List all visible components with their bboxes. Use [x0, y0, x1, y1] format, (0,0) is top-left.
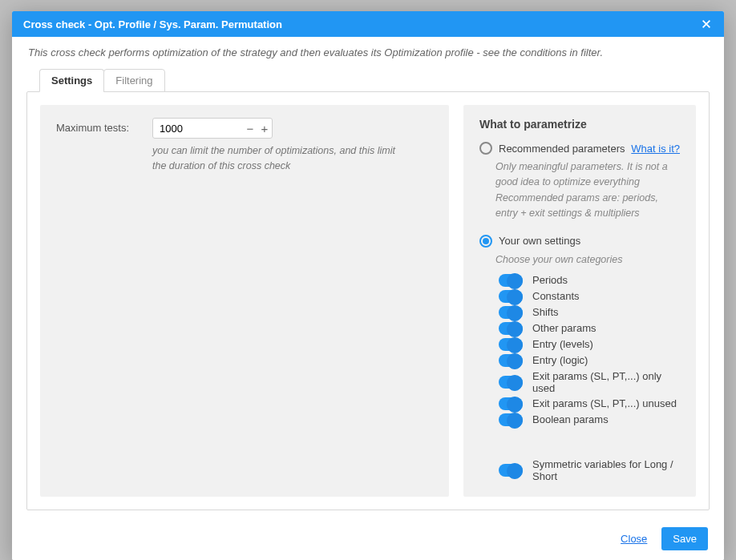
- tab-bar: Settings Filtering: [26, 68, 710, 91]
- recommended-desc: Only meaningful parameters. It is not a …: [479, 159, 680, 222]
- toggle-label: Entry (logic): [532, 354, 588, 366]
- toggle-label: Boolean params: [532, 413, 609, 425]
- max-tests-label: Maximum tests:: [56, 118, 152, 135]
- modal-title: Cross check - Opt. Profile / Sys. Param.…: [23, 18, 282, 30]
- close-button[interactable]: Close: [621, 533, 647, 545]
- toggle-label: Shifts: [532, 306, 559, 318]
- toggle-switch[interactable]: [499, 413, 523, 426]
- panel-parametrize: What to parametrize Recommended paramete…: [463, 105, 696, 497]
- max-tests-hint: you can limit the number of optimization…: [152, 143, 409, 174]
- toggle-label: Other params: [532, 322, 596, 334]
- modal-dialog: Cross check - Opt. Profile / Sys. Param.…: [12, 11, 724, 560]
- toggle-row: Constants: [499, 290, 680, 303]
- toggle-symmetric[interactable]: [499, 464, 523, 477]
- toggle-row: Exit params (SL, PT,...) only used: [499, 370, 680, 394]
- toggle-row: Shifts: [499, 306, 680, 319]
- toggle-symmetric-row: Symmetric variables for Long / Short: [479, 458, 680, 482]
- toggle-label: Exit params (SL, PT,...) only used: [532, 370, 680, 394]
- toggle-label: Entry (levels): [532, 338, 593, 350]
- radio-own-label: Your own settings: [499, 235, 580, 247]
- tab-settings[interactable]: Settings: [39, 69, 104, 92]
- own-desc: Choose your own categories: [479, 252, 680, 268]
- toggle-switch[interactable]: [499, 338, 523, 351]
- toggle-symmetric-label: Symmetric variables for Long / Short: [532, 458, 680, 482]
- stepper-increment[interactable]: +: [257, 119, 272, 138]
- panel-max-tests: Maximum tests: − + you can limit the num…: [40, 105, 449, 497]
- radio-recommended-label: Recommended parameters: [499, 143, 625, 155]
- modal-footer: Close Save: [12, 517, 724, 560]
- toggle-switch[interactable]: [499, 397, 523, 410]
- radio-icon: [479, 142, 492, 155]
- toggle-label: Constants: [532, 290, 580, 302]
- toggle-label: Periods: [532, 274, 568, 286]
- toggle-row: Entry (logic): [499, 354, 680, 367]
- tab-panel: Maximum tests: − + you can limit the num…: [26, 91, 710, 510]
- radio-own[interactable]: Your own settings: [479, 235, 580, 248]
- toggle-row: Periods: [499, 274, 680, 287]
- toggle-row: Entry (levels): [499, 338, 680, 351]
- stepper-decrement[interactable]: −: [243, 119, 257, 138]
- toggle-list: PeriodsConstantsShiftsOther paramsEntry …: [479, 274, 680, 426]
- toggle-switch[interactable]: [499, 376, 523, 389]
- toggle-switch[interactable]: [499, 290, 523, 303]
- what-is-it-link[interactable]: What is it?: [631, 143, 680, 155]
- toggle-row: Boolean params: [499, 413, 680, 426]
- toggle-switch[interactable]: [499, 322, 523, 335]
- save-button[interactable]: Save: [661, 527, 708, 550]
- radio-recommended[interactable]: Recommended parameters: [479, 142, 625, 155]
- toggle-switch[interactable]: [499, 354, 523, 367]
- radio-icon: [479, 235, 492, 248]
- close-icon[interactable]: [698, 16, 714, 32]
- max-tests-input[interactable]: [160, 123, 243, 135]
- tab-filtering[interactable]: Filtering: [103, 69, 164, 92]
- modal-description: This cross check performs optimization o…: [26, 46, 710, 58]
- toggle-switch[interactable]: [499, 306, 523, 319]
- toggle-row: Exit params (SL, PT,...) unused: [499, 397, 680, 410]
- parametrize-title: What to parametrize: [479, 118, 680, 131]
- max-tests-stepper[interactable]: − +: [152, 118, 273, 139]
- toggle-switch[interactable]: [499, 274, 523, 287]
- toggle-label: Exit params (SL, PT,...) unused: [532, 397, 677, 409]
- toggle-row: Other params: [499, 322, 680, 335]
- modal-header: Cross check - Opt. Profile / Sys. Param.…: [12, 11, 724, 37]
- modal-body: This cross check performs optimization o…: [12, 37, 724, 517]
